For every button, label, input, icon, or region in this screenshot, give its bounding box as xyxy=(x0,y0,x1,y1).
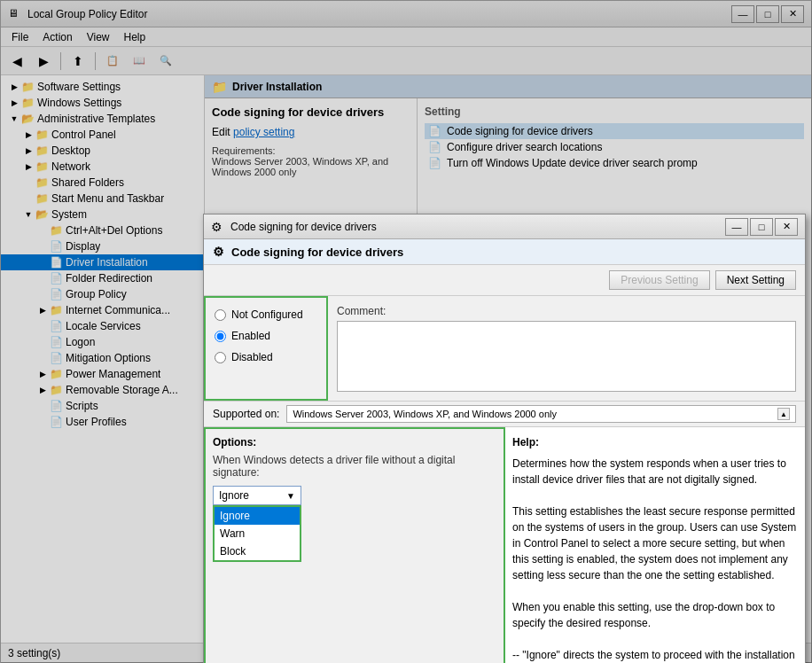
radio-input-disabled[interactable] xyxy=(215,352,226,363)
radio-disabled[interactable]: Disabled xyxy=(215,351,317,363)
dropdown-option-ignore[interactable]: Ignore xyxy=(215,507,300,525)
dialog-subtitle-text: Code signing for device drivers xyxy=(231,246,403,259)
help-text: Determines how the system responds when … xyxy=(512,456,798,663)
options-description: When Windows detects a driver file witho… xyxy=(213,454,496,479)
dialog-subtitle-icon: ⚙ xyxy=(213,245,224,259)
help-title: Help: xyxy=(512,434,798,450)
radio-label: Enabled xyxy=(231,330,270,342)
options-panel: Options: When Windows detects a driver f… xyxy=(204,427,505,663)
dialog-close-button[interactable]: ✕ xyxy=(775,218,798,236)
radio-panel: Not Configured Enabled Disabled xyxy=(204,296,328,401)
dialog-title-icon: ⚙ xyxy=(211,220,225,234)
next-setting-button[interactable]: Next Setting xyxy=(715,270,796,290)
dialog-maximize-button[interactable]: □ xyxy=(750,218,773,236)
dropdown-button[interactable]: Ignore ▼ xyxy=(213,486,301,505)
comment-panel: Comment: xyxy=(328,296,805,401)
dialog-subtitle: ⚙ Code signing for device drivers xyxy=(204,239,805,265)
supported-value: Windows Server 2003, Windows XP, and Win… xyxy=(286,405,796,423)
supported-scroll-up[interactable]: ▲ xyxy=(777,408,790,420)
dialog-body: Not Configured Enabled Disabled xyxy=(204,296,805,401)
dialog-minimize-button[interactable]: — xyxy=(725,218,748,236)
dropdown-current-value: Ignore xyxy=(219,489,249,502)
dropdown-menu: Ignore Warn Block xyxy=(213,505,301,562)
dialog-window-controls: — □ ✕ xyxy=(725,218,798,236)
dialog-title-text: Code signing for device drivers xyxy=(230,221,725,233)
supported-label: Supported on: xyxy=(213,408,279,420)
options-title: Options: xyxy=(213,436,496,448)
radio-enabled[interactable]: Enabled xyxy=(215,330,317,342)
radio-input-enabled[interactable] xyxy=(215,331,226,342)
dropdown-option-block[interactable]: Block xyxy=(215,542,300,560)
dialog-overlay: ⚙ Code signing for device drivers — □ ✕ … xyxy=(1,1,812,663)
main-window: 🖥 Local Group Policy Editor — □ ✕ File A… xyxy=(0,0,812,663)
options-help-row: Options: When Windows detects a driver f… xyxy=(204,426,805,663)
dropdown-option-warn[interactable]: Warn xyxy=(215,525,300,542)
chevron-down-icon: ▼ xyxy=(286,491,295,501)
supported-on-row: Supported on: Windows Server 2003, Windo… xyxy=(204,401,805,426)
comment-textarea[interactable] xyxy=(337,321,796,392)
comment-label: Comment: xyxy=(337,305,796,317)
dialog-nav: Previous Setting Next Setting xyxy=(204,265,805,296)
radio-not-configured[interactable]: Not Configured xyxy=(215,308,317,321)
dialog-title-bar: ⚙ Code signing for device drivers — □ ✕ xyxy=(204,214,805,239)
radio-input-not-configured[interactable] xyxy=(215,309,226,321)
radio-label: Not Configured xyxy=(231,308,303,321)
radio-label: Disabled xyxy=(231,351,273,363)
help-panel: Help: Determines how the system responds… xyxy=(505,427,805,663)
prev-setting-button[interactable]: Previous Setting xyxy=(609,270,709,290)
dialog: ⚙ Code signing for device drivers — □ ✕ … xyxy=(203,214,806,663)
supported-value-text: Windows Server 2003, Windows XP, and Win… xyxy=(293,409,557,419)
dropdown-container: Ignore ▼ Ignore Warn Block xyxy=(213,486,301,505)
